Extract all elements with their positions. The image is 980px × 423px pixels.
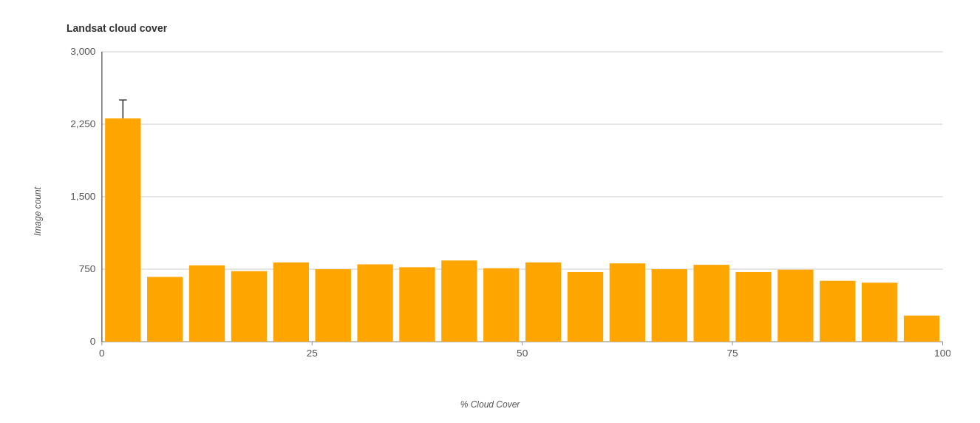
chart-container: Landsat cloud cover Image count % Cloud …	[0, 0, 980, 423]
svg-rect-14	[231, 271, 267, 342]
svg-rect-11	[105, 118, 140, 342]
svg-rect-28	[820, 281, 855, 342]
svg-rect-21	[525, 263, 561, 342]
svg-text:75: 75	[727, 348, 738, 359]
svg-rect-27	[777, 270, 813, 342]
svg-text:1,500: 1,500	[70, 191, 95, 202]
svg-rect-16	[316, 269, 351, 342]
svg-rect-23	[610, 263, 645, 342]
svg-text:50: 50	[517, 348, 528, 359]
svg-rect-12	[147, 277, 183, 342]
svg-rect-17	[357, 264, 392, 342]
svg-text:25: 25	[307, 348, 318, 359]
svg-rect-30	[904, 316, 939, 342]
svg-text:750: 750	[79, 263, 96, 274]
svg-rect-29	[862, 282, 897, 342]
svg-text:3,000: 3,000	[70, 46, 95, 57]
svg-text:0: 0	[90, 336, 96, 347]
chart-svg: 07501,5002,2503,0000255075100	[59, 44, 950, 364]
svg-rect-22	[568, 272, 603, 342]
svg-rect-24	[652, 269, 687, 342]
svg-rect-19	[441, 260, 477, 342]
svg-rect-26	[735, 272, 771, 342]
chart-area: 07501,5002,2503,0000255075100	[59, 44, 950, 364]
svg-rect-13	[189, 265, 225, 342]
chart-title: Landsat cloud cover	[67, 22, 167, 34]
svg-rect-15	[273, 263, 309, 342]
svg-text:100: 100	[934, 348, 950, 359]
svg-text:2,250: 2,250	[70, 118, 95, 129]
svg-rect-18	[399, 267, 435, 342]
x-axis-label: % Cloud Cover	[460, 399, 520, 410]
svg-rect-25	[693, 265, 729, 342]
svg-text:0: 0	[99, 348, 105, 359]
y-axis-label: Image count	[33, 187, 43, 236]
svg-rect-20	[483, 268, 519, 342]
